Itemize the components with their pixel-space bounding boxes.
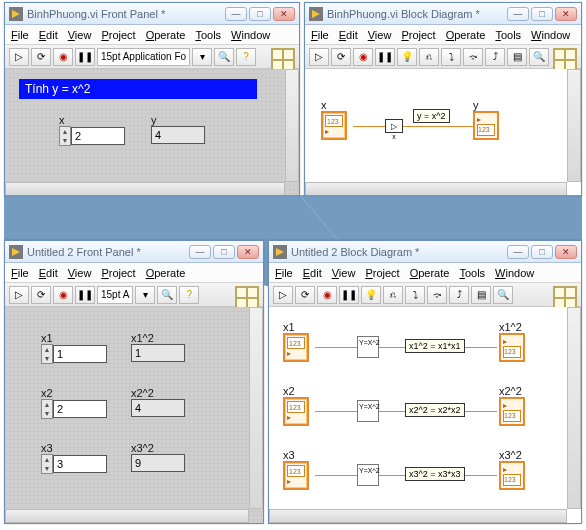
menu-tools[interactable]: Tools [495, 29, 521, 41]
input-x1[interactable]: 1 [53, 345, 107, 363]
menu-edit[interactable]: Edit [339, 29, 358, 41]
close-button[interactable]: ✕ [237, 245, 259, 259]
menu-file[interactable]: File [311, 29, 329, 41]
scrollbar-horizontal[interactable] [5, 509, 249, 523]
close-button[interactable]: ✕ [273, 7, 295, 21]
menu-tools[interactable]: Tools [459, 267, 485, 279]
step-out-button[interactable]: ⤴ [485, 48, 505, 66]
maximize-button[interactable]: □ [531, 245, 553, 259]
indicator-terminal-y[interactable]: ▸123 [473, 111, 499, 140]
font-field[interactable]: 15pt Application Fo [97, 48, 190, 66]
run-button[interactable]: ▷ [9, 48, 29, 66]
abort-button[interactable]: ◉ [353, 48, 373, 66]
close-button[interactable]: ✕ [555, 245, 577, 259]
menu-edit[interactable]: Edit [39, 267, 58, 279]
spinner-x[interactable]: ▲▼ [59, 126, 71, 146]
run-continuous-button[interactable]: ⟳ [31, 48, 51, 66]
step-into-button[interactable]: ⤵ [441, 48, 461, 66]
menu-project[interactable]: Project [401, 29, 435, 41]
menu-file[interactable]: File [275, 267, 293, 279]
run-button[interactable]: ▷ [309, 48, 329, 66]
titlebar[interactable]: Untitled 2 Front Panel * — □ ✕ [5, 241, 263, 263]
titlebar[interactable]: Untitled 2 Block Diagram * — □ ✕ [269, 241, 581, 263]
maximize-button[interactable]: □ [249, 7, 271, 21]
menu-window[interactable]: Window [495, 267, 534, 279]
minimize-button[interactable]: — [225, 7, 247, 21]
control-terminal-x[interactable]: 123▸ [321, 111, 347, 140]
scrollbar-horizontal[interactable] [305, 182, 567, 196]
subvi-call-2[interactable]: Y=X^2 [357, 400, 379, 422]
abort-button[interactable]: ◉ [53, 48, 73, 66]
titlebar[interactable]: BinhPhuong.vi Front Panel * — □ ✕ [5, 3, 299, 25]
font-field[interactable]: 15pt A [97, 286, 133, 304]
run-button[interactable]: ▷ [273, 286, 293, 304]
spinner-x1[interactable]: ▲▼ [41, 344, 53, 364]
run-continuous-button[interactable]: ⟳ [331, 48, 351, 66]
close-button[interactable]: ✕ [555, 7, 577, 21]
pause-button[interactable]: ❚❚ [75, 48, 95, 66]
menu-view[interactable]: View [68, 29, 92, 41]
align-button[interactable]: ▾ [192, 48, 212, 66]
menu-operate[interactable]: Operate [146, 29, 186, 41]
search-button[interactable]: 🔍 [157, 286, 177, 304]
menu-window[interactable]: Window [531, 29, 570, 41]
menu-operate[interactable]: Operate [146, 267, 186, 279]
minimize-button[interactable]: — [507, 245, 529, 259]
scrollbar-vertical[interactable] [567, 307, 581, 509]
abort-button[interactable]: ◉ [53, 286, 73, 304]
run-button[interactable]: ▷ [9, 286, 29, 304]
scrollbar-horizontal[interactable] [5, 182, 285, 196]
step-into-button[interactable]: ⤵ [405, 286, 425, 304]
pause-button[interactable]: ❚❚ [339, 286, 359, 304]
menu-edit[interactable]: Edit [303, 267, 322, 279]
scrollbar-horizontal[interactable] [269, 509, 567, 523]
scrollbar-vertical[interactable] [567, 69, 581, 182]
minimize-button[interactable]: — [189, 245, 211, 259]
step-over-button[interactable]: ⤼ [427, 286, 447, 304]
input-x2[interactable]: 2 [53, 400, 107, 418]
menu-view[interactable]: View [68, 267, 92, 279]
step-out-button[interactable]: ⤴ [449, 286, 469, 304]
menu-tools[interactable]: Tools [195, 29, 221, 41]
maximize-button[interactable]: □ [531, 7, 553, 21]
menu-operate[interactable]: Operate [410, 267, 450, 279]
abort-button[interactable]: ◉ [317, 286, 337, 304]
menu-project[interactable]: Project [101, 267, 135, 279]
help-button[interactable]: ? [179, 286, 199, 304]
highlight-exec-button[interactable]: 💡 [397, 48, 417, 66]
scrollbar-vertical[interactable] [249, 307, 263, 509]
input-x3[interactable]: 3 [53, 455, 107, 473]
step-over-button[interactable]: ⤼ [463, 48, 483, 66]
indicator-terminal-x3sq[interactable]: ▸123 [499, 461, 525, 490]
cleanup-button[interactable]: ▤ [507, 48, 527, 66]
run-continuous-button[interactable]: ⟳ [31, 286, 51, 304]
search-button[interactable]: 🔍 [529, 48, 549, 66]
control-terminal-x3[interactable]: 123▸ [283, 461, 309, 490]
highlight-exec-button[interactable]: 💡 [361, 286, 381, 304]
control-terminal-x1[interactable]: 123▸ [283, 333, 309, 362]
pause-button[interactable]: ❚❚ [375, 48, 395, 66]
spinner-x3[interactable]: ▲▼ [41, 454, 53, 474]
subvi-call-3[interactable]: Y=X^2 [357, 464, 379, 486]
retain-wire-button[interactable]: ⎌ [419, 48, 439, 66]
help-button[interactable]: ? [236, 48, 256, 66]
scrollbar-vertical[interactable] [285, 69, 299, 182]
pause-button[interactable]: ❚❚ [75, 286, 95, 304]
menu-edit[interactable]: Edit [39, 29, 58, 41]
retain-wire-button[interactable]: ⎌ [383, 286, 403, 304]
menu-project[interactable]: Project [101, 29, 135, 41]
menu-file[interactable]: File [11, 29, 29, 41]
menu-view[interactable]: View [332, 267, 356, 279]
align-button[interactable]: ▾ [135, 286, 155, 304]
subvi-call-1[interactable]: Y=X^2 [357, 336, 379, 358]
menu-project[interactable]: Project [365, 267, 399, 279]
indicator-terminal-x1sq[interactable]: ▸123 [499, 333, 525, 362]
menu-window[interactable]: Window [231, 29, 270, 41]
titlebar[interactable]: BinhPhuong.vi Block Diagram * — □ ✕ [305, 3, 581, 25]
menu-view[interactable]: View [368, 29, 392, 41]
search-button[interactable]: 🔍 [493, 286, 513, 304]
search-button[interactable]: 🔍 [214, 48, 234, 66]
minimize-button[interactable]: — [507, 7, 529, 21]
spinner-x2[interactable]: ▲▼ [41, 399, 53, 419]
menu-file[interactable]: File [11, 267, 29, 279]
